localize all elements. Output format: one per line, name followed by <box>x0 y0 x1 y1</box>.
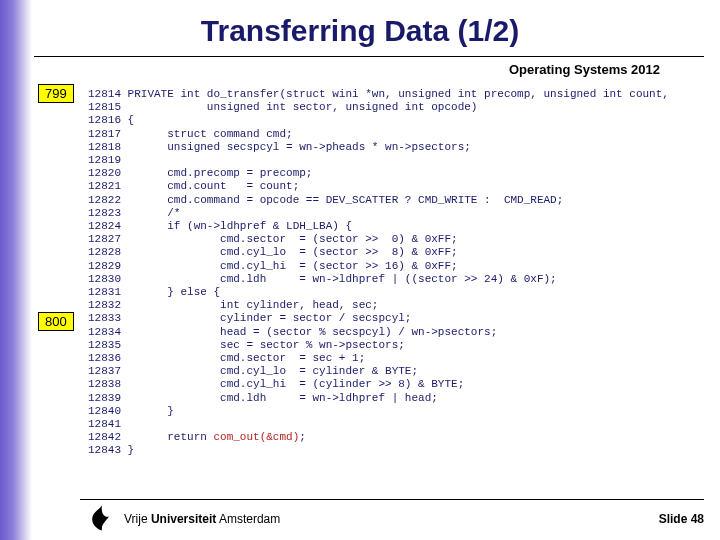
footer-divider <box>80 499 704 500</box>
title-divider <box>34 56 704 57</box>
course-label: Operating Systems 2012 <box>509 62 660 77</box>
slide-num: 48 <box>691 512 704 526</box>
university-logo <box>88 504 116 532</box>
line-tag-799: 799 <box>38 84 74 103</box>
slide-number: Slide 48 <box>659 512 704 526</box>
uni-suffix: Amsterdam <box>216 512 280 526</box>
page-title: Transferring Data (1/2) <box>0 14 720 48</box>
uni-prefix: Vrije <box>124 512 151 526</box>
slide-label: Slide <box>659 512 691 526</box>
line-tag-800: 800 <box>38 312 74 331</box>
footer-university: Vrije Universiteit Amsterdam <box>124 512 280 526</box>
sidebar-gradient <box>0 0 32 540</box>
code-block: 12814 PRIVATE int do_transfer(struct win… <box>88 88 669 458</box>
uni-bold: Universiteit <box>151 512 216 526</box>
